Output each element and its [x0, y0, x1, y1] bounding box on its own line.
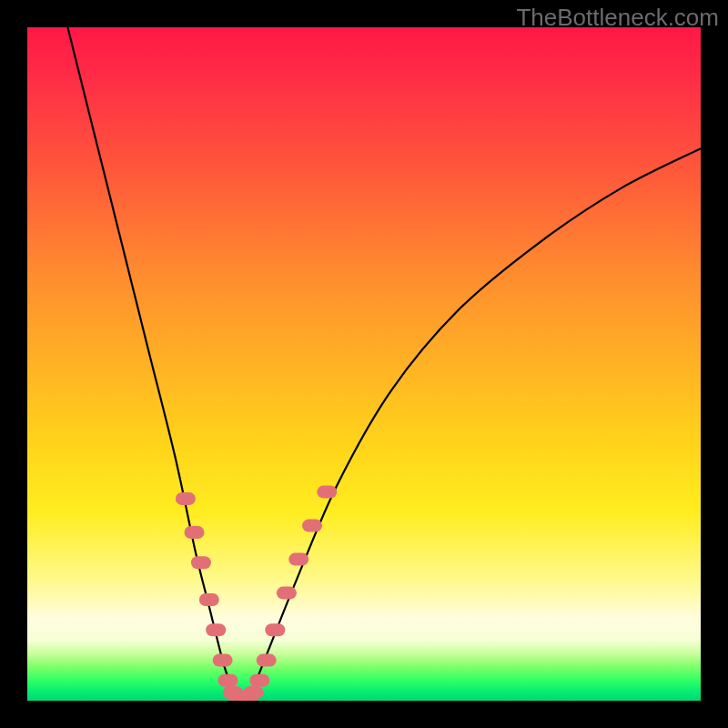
highlight-dot: [199, 593, 219, 606]
plot-overlay: [27, 27, 701, 701]
bottleneck-curve-line: [67, 27, 701, 697]
highlight-dot: [206, 623, 226, 636]
highlight-dot: [218, 674, 238, 687]
highlight-dot: [249, 674, 269, 687]
highlight-dot: [302, 520, 322, 532]
highlight-dot: [176, 492, 196, 505]
highlight-dot: [317, 486, 337, 499]
highlight-dot: [213, 654, 233, 667]
highlight-dot: [277, 587, 297, 600]
highlight-markers: [176, 486, 337, 701]
highlight-dot: [257, 654, 277, 667]
highlight-dot: [288, 553, 308, 566]
watermark-text: TheBottleneck.com: [516, 4, 719, 32]
chart-frame: TheBottleneck.com: [0, 0, 728, 728]
highlight-dot: [185, 526, 205, 539]
highlight-dot: [191, 556, 211, 569]
highlight-dot: [244, 686, 264, 699]
highlight-dot: [265, 623, 285, 636]
